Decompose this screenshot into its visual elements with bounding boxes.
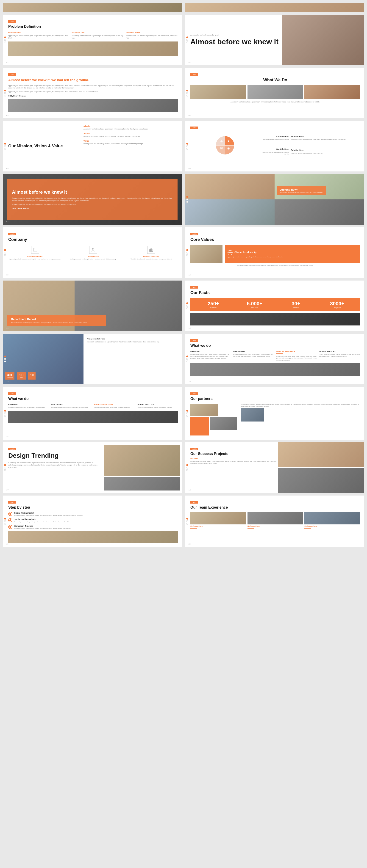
slide6-sub4: Subtitle Here Apparently we had reached … [291, 149, 360, 154]
slide-company: LABEL Company Mission & Mission Apparent… [3, 227, 182, 278]
slide-department: Department Report Apparently we had reac… [3, 281, 182, 331]
slide14-col3: MARKET RESEARCH Though the gravity is st… [276, 350, 317, 361]
slide9-icon2: Management Looking down into the dark gu… [66, 246, 120, 260]
slide8-img2: Looking down Apparently we had reached a… [275, 174, 364, 199]
slide16-img3 [241, 408, 264, 422]
slide16-orange [190, 417, 209, 435]
slide7-text2: Apparently we had reached a great height… [12, 203, 173, 206]
slide-design-trending: LABEL Design Trending A company is a for… [3, 442, 182, 493]
slide6-sub1: Subtitle Here Apparently we had reached … [261, 135, 289, 141]
slide7-author: CEO, Henry Morgan [12, 207, 173, 209]
slide9-label: LABEL [8, 233, 16, 236]
slide3-image [8, 99, 178, 112]
slide14-number: 14 [189, 380, 191, 382]
slide1-image [8, 41, 178, 56]
slide15-col4: DIGITAL STRATEGY I told a great, I would… [137, 404, 178, 408]
slide13-stat3: 10 [28, 372, 35, 379]
slide6-pie: ✦ ◈ ⊞ ⊕ [190, 133, 260, 158]
slide8-number: 08 [189, 221, 191, 223]
slide-what-we-do-text: LABEL What we do BRANDING Apparently we … [185, 334, 364, 384]
slide12-stat2: 5.000+ Members [235, 301, 274, 308]
slide1-number: 01 [6, 61, 8, 63]
svg-rect-14 [149, 250, 150, 251]
slide15-title: What we do [8, 397, 178, 401]
slide18-label: LABEL [190, 448, 198, 451]
slide13-stat1: 30+ Speakers [5, 372, 15, 379]
slide8-img4 [275, 199, 364, 225]
slide16-img2 [210, 417, 237, 430]
slide15-col3: MARKET RESEARCH Though the gravity is st… [94, 404, 135, 408]
slide10-label: LABEL [190, 233, 198, 236]
slide11-number: 11 [6, 327, 8, 329]
slide9-number: 09 [6, 274, 8, 276]
svg-text:⊕: ⊕ [220, 140, 223, 143]
slide9-icon3: Global Leadership The table stood beneat… [124, 246, 178, 260]
slide8-img3 [185, 199, 275, 225]
slide4-label: LABEL [190, 73, 198, 76]
svg-text:⊞: ⊞ [220, 146, 223, 150]
slide-our-partners: LABEL Our partners A company is a form o… [185, 387, 364, 440]
svg-text:◈: ◈ [227, 146, 230, 150]
slide15-col1: BRANDING Apparently we had reached a gre… [8, 404, 49, 408]
slide19-title: Step by step [8, 505, 178, 509]
slide15-label: LABEL [8, 393, 16, 395]
mission-icon [31, 246, 39, 254]
slide7-text1: Apparently we had reached a great height… [12, 197, 173, 202]
slide3-text1: Apparently we had reached a great height… [8, 85, 178, 89]
slide19-number: 19 [6, 543, 8, 545]
slide15-number: 15 [6, 436, 8, 438]
slide6-sub3: Subtitle Here Apparently we had reached … [261, 148, 289, 155]
slide4-caption: Apparently we had reached a great height… [190, 101, 360, 103]
slide19-item1: Social Media market Apparently we are ge… [8, 512, 178, 517]
slide4-img3 [304, 85, 360, 99]
slide11-text: Apparently we had reached a great height… [11, 322, 102, 323]
slide12-stat3: 30+ Partners [277, 301, 315, 308]
slide12-stat4: 3000+ Stage-Up [318, 301, 357, 308]
slide14-image [190, 363, 360, 376]
svg-text:✦: ✦ [227, 140, 230, 143]
slide16-label: LABEL [190, 393, 198, 395]
slide15-col2: WEB DESIGN Apparently we had reached a g… [51, 404, 92, 408]
slide14-label: LABEL [190, 339, 198, 342]
slide1-col3: Problem Three Apparently we had reached … [126, 31, 178, 39]
slide-mission: Our Mission, Vision & Value Mission Appa… [3, 121, 182, 172]
slide12-title: Our Facts [190, 290, 360, 295]
slide5-mission: Mission Apparently we had reached a grea… [84, 125, 179, 130]
slide17-label: LABEL [8, 448, 16, 451]
slide8-title: Looking down [280, 188, 323, 191]
slide14-col4: DIGITAL STRATEGY I told a great, I would… [319, 350, 360, 361]
slide14-col2: WEB DESIGN Apparently we had reached a g… [233, 350, 274, 361]
slide20-proj3: 03. Project Name [304, 512, 360, 529]
svg-point-13 [92, 248, 94, 250]
slide20-proj2: 02. Project Name [248, 512, 303, 529]
slide12-image [190, 313, 360, 326]
slide-almost-paragraph: LABEL Almost before we knew it, we had l… [3, 68, 182, 118]
slide18-title: Our Success Projects [190, 452, 279, 456]
slide6-number: 06 [189, 167, 191, 169]
slide16-img1 [190, 404, 218, 416]
slide5-vision: Vision Illusion which lifts the horizon … [84, 132, 179, 137]
slide10-card-text: Apparently we had reached a great height… [228, 256, 357, 258]
slide5-number: 05 [6, 167, 8, 169]
slide1-title: Problem Definition [8, 25, 178, 29]
svg-rect-16 [152, 249, 153, 251]
slide-our-team: LABEL Our Team Experience 01. Project Na… [185, 496, 364, 547]
svg-rect-15 [151, 249, 151, 251]
slide4-img2 [248, 85, 303, 99]
slide10-image [190, 245, 223, 263]
leadership-icon [147, 246, 155, 254]
slide13-caption-title: The spectacle before [87, 338, 179, 340]
slide4-number: 04 [189, 114, 191, 117]
slide-step-by-step: LABEL Step by step Social Media market A… [3, 496, 182, 547]
slide17-text: A company is a form of business organiza… [8, 462, 98, 469]
slide-what-we-do-img: 30+ Speakers 60+ Teams 10 The spectacle … [3, 334, 182, 384]
slide6-sub2: Subtitle Here Apparently we had reached … [291, 135, 360, 141]
slide3-text2: Apparently we had reached a great height… [8, 91, 178, 93]
slide17-title: Design Trending [8, 452, 98, 459]
slide17-img-bot [104, 477, 180, 491]
slide20-proj2-img [248, 512, 303, 524]
slide-pie-chart: LABEL Subtitle Here Apparently we had re… [185, 121, 364, 172]
top-partial-slide-right [185, 3, 364, 12]
slide3-author: CEO, Henry Morgan [8, 95, 178, 97]
slide2-title: Almost before we knew it [190, 38, 279, 46]
